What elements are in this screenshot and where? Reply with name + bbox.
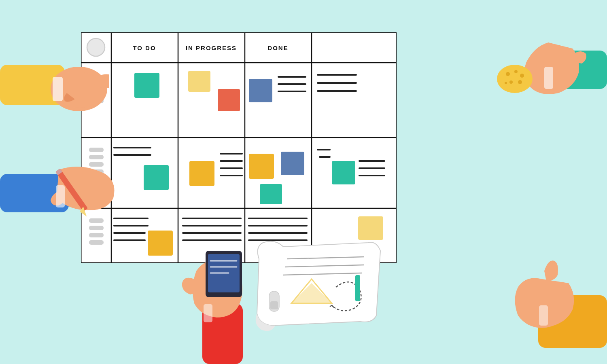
svg-rect-71 xyxy=(544,67,553,89)
svg-rect-14 xyxy=(188,71,210,92)
svg-point-89 xyxy=(497,65,533,93)
svg-rect-88 xyxy=(270,301,278,309)
svg-point-93 xyxy=(509,80,513,84)
svg-rect-30 xyxy=(189,161,214,186)
svg-rect-13 xyxy=(134,73,159,98)
svg-point-92 xyxy=(520,74,524,78)
svg-rect-69 xyxy=(56,185,65,207)
svg-rect-15 xyxy=(218,89,240,111)
svg-rect-29 xyxy=(144,165,169,190)
svg-rect-86 xyxy=(355,275,360,301)
svg-rect-23 xyxy=(89,148,104,152)
svg-rect-37 xyxy=(260,184,282,204)
svg-rect-38 xyxy=(332,161,355,184)
svg-rect-36 xyxy=(281,152,304,175)
hand-right-yellow-bottom xyxy=(510,255,607,348)
svg-point-91 xyxy=(514,70,518,73)
svg-rect-73 xyxy=(539,305,548,326)
hand-left-yellow xyxy=(0,40,109,129)
svg-rect-35 xyxy=(249,154,274,179)
col-todo-header: TO DO xyxy=(133,44,156,51)
col-done-header: DONE xyxy=(267,44,288,51)
svg-rect-50 xyxy=(148,231,173,256)
hand-left-blue-pencil xyxy=(0,158,129,243)
sponge-cookie xyxy=(496,63,534,95)
col-inprogress-header: IN PROGRESS xyxy=(186,44,237,51)
svg-point-94 xyxy=(518,80,522,84)
svg-rect-16 xyxy=(249,79,272,102)
paper-scroll xyxy=(251,235,388,352)
svg-point-95 xyxy=(505,82,507,84)
svg-rect-80 xyxy=(204,304,212,322)
svg-rect-64 xyxy=(53,77,63,101)
svg-point-90 xyxy=(506,72,510,76)
